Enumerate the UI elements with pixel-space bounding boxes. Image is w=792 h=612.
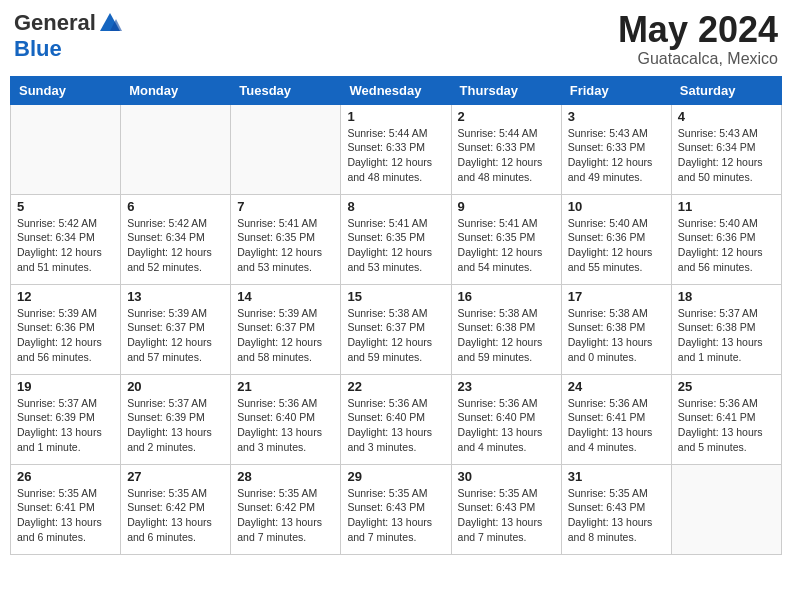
calendar-cell: 11Sunrise: 5:40 AM Sunset: 6:36 PM Dayli… (671, 194, 781, 284)
day-info: Sunrise: 5:39 AM Sunset: 6:37 PM Dayligh… (237, 306, 334, 365)
day-number: 20 (127, 379, 224, 394)
day-info: Sunrise: 5:42 AM Sunset: 6:34 PM Dayligh… (17, 216, 114, 275)
day-number: 25 (678, 379, 775, 394)
day-info: Sunrise: 5:44 AM Sunset: 6:33 PM Dayligh… (458, 126, 555, 185)
weekday-header-sunday: Sunday (11, 76, 121, 104)
calendar-cell: 3Sunrise: 5:43 AM Sunset: 6:33 PM Daylig… (561, 104, 671, 194)
day-number: 9 (458, 199, 555, 214)
calendar-week-row: 26Sunrise: 5:35 AM Sunset: 6:41 PM Dayli… (11, 464, 782, 554)
title-section: May 2024 Guatacalca, Mexico (618, 10, 778, 68)
day-number: 1 (347, 109, 444, 124)
calendar-cell: 18Sunrise: 5:37 AM Sunset: 6:38 PM Dayli… (671, 284, 781, 374)
calendar-cell: 19Sunrise: 5:37 AM Sunset: 6:39 PM Dayli… (11, 374, 121, 464)
day-info: Sunrise: 5:41 AM Sunset: 6:35 PM Dayligh… (347, 216, 444, 275)
day-number: 26 (17, 469, 114, 484)
day-info: Sunrise: 5:44 AM Sunset: 6:33 PM Dayligh… (347, 126, 444, 185)
calendar-week-row: 5Sunrise: 5:42 AM Sunset: 6:34 PM Daylig… (11, 194, 782, 284)
day-number: 30 (458, 469, 555, 484)
calendar-cell: 29Sunrise: 5:35 AM Sunset: 6:43 PM Dayli… (341, 464, 451, 554)
day-number: 19 (17, 379, 114, 394)
logo-general-text: General (14, 10, 96, 36)
day-info: Sunrise: 5:35 AM Sunset: 6:42 PM Dayligh… (237, 486, 334, 545)
day-info: Sunrise: 5:36 AM Sunset: 6:40 PM Dayligh… (458, 396, 555, 455)
day-number: 6 (127, 199, 224, 214)
day-number: 5 (17, 199, 114, 214)
logo-blue-text: Blue (14, 36, 62, 62)
calendar-cell: 4Sunrise: 5:43 AM Sunset: 6:34 PM Daylig… (671, 104, 781, 194)
day-info: Sunrise: 5:40 AM Sunset: 6:36 PM Dayligh… (678, 216, 775, 275)
day-number: 2 (458, 109, 555, 124)
logo-icon (98, 11, 122, 35)
location-subtitle: Guatacalca, Mexico (618, 50, 778, 68)
calendar-cell: 22Sunrise: 5:36 AM Sunset: 6:40 PM Dayli… (341, 374, 451, 464)
day-info: Sunrise: 5:38 AM Sunset: 6:38 PM Dayligh… (568, 306, 665, 365)
calendar-cell: 7Sunrise: 5:41 AM Sunset: 6:35 PM Daylig… (231, 194, 341, 284)
day-number: 29 (347, 469, 444, 484)
calendar-cell: 31Sunrise: 5:35 AM Sunset: 6:43 PM Dayli… (561, 464, 671, 554)
weekday-header-thursday: Thursday (451, 76, 561, 104)
calendar-cell: 5Sunrise: 5:42 AM Sunset: 6:34 PM Daylig… (11, 194, 121, 284)
day-info: Sunrise: 5:35 AM Sunset: 6:41 PM Dayligh… (17, 486, 114, 545)
weekday-header-monday: Monday (121, 76, 231, 104)
logo: General Blue (14, 10, 122, 62)
calendar-cell: 17Sunrise: 5:38 AM Sunset: 6:38 PM Dayli… (561, 284, 671, 374)
calendar-cell: 21Sunrise: 5:36 AM Sunset: 6:40 PM Dayli… (231, 374, 341, 464)
day-number: 16 (458, 289, 555, 304)
day-number: 13 (127, 289, 224, 304)
day-number: 24 (568, 379, 665, 394)
day-info: Sunrise: 5:35 AM Sunset: 6:43 PM Dayligh… (347, 486, 444, 545)
calendar-cell: 15Sunrise: 5:38 AM Sunset: 6:37 PM Dayli… (341, 284, 451, 374)
calendar-cell: 14Sunrise: 5:39 AM Sunset: 6:37 PM Dayli… (231, 284, 341, 374)
calendar-cell: 9Sunrise: 5:41 AM Sunset: 6:35 PM Daylig… (451, 194, 561, 284)
day-number: 10 (568, 199, 665, 214)
calendar-cell (11, 104, 121, 194)
weekday-header-row: SundayMondayTuesdayWednesdayThursdayFrid… (11, 76, 782, 104)
calendar-cell: 2Sunrise: 5:44 AM Sunset: 6:33 PM Daylig… (451, 104, 561, 194)
calendar-cell: 25Sunrise: 5:36 AM Sunset: 6:41 PM Dayli… (671, 374, 781, 464)
calendar-cell: 10Sunrise: 5:40 AM Sunset: 6:36 PM Dayli… (561, 194, 671, 284)
calendar-cell: 23Sunrise: 5:36 AM Sunset: 6:40 PM Dayli… (451, 374, 561, 464)
weekday-header-friday: Friday (561, 76, 671, 104)
day-number: 28 (237, 469, 334, 484)
day-info: Sunrise: 5:36 AM Sunset: 6:40 PM Dayligh… (237, 396, 334, 455)
day-number: 27 (127, 469, 224, 484)
day-number: 7 (237, 199, 334, 214)
day-number: 17 (568, 289, 665, 304)
calendar-cell: 28Sunrise: 5:35 AM Sunset: 6:42 PM Dayli… (231, 464, 341, 554)
day-number: 11 (678, 199, 775, 214)
day-info: Sunrise: 5:36 AM Sunset: 6:41 PM Dayligh… (568, 396, 665, 455)
calendar-cell: 13Sunrise: 5:39 AM Sunset: 6:37 PM Dayli… (121, 284, 231, 374)
day-number: 18 (678, 289, 775, 304)
day-number: 3 (568, 109, 665, 124)
weekday-header-saturday: Saturday (671, 76, 781, 104)
day-info: Sunrise: 5:43 AM Sunset: 6:33 PM Dayligh… (568, 126, 665, 185)
day-number: 22 (347, 379, 444, 394)
day-number: 12 (17, 289, 114, 304)
calendar-cell: 26Sunrise: 5:35 AM Sunset: 6:41 PM Dayli… (11, 464, 121, 554)
calendar-cell (671, 464, 781, 554)
calendar-cell: 30Sunrise: 5:35 AM Sunset: 6:43 PM Dayli… (451, 464, 561, 554)
day-info: Sunrise: 5:40 AM Sunset: 6:36 PM Dayligh… (568, 216, 665, 275)
month-year-title: May 2024 (618, 10, 778, 50)
day-info: Sunrise: 5:38 AM Sunset: 6:37 PM Dayligh… (347, 306, 444, 365)
day-number: 23 (458, 379, 555, 394)
day-info: Sunrise: 5:39 AM Sunset: 6:37 PM Dayligh… (127, 306, 224, 365)
calendar-cell: 27Sunrise: 5:35 AM Sunset: 6:42 PM Dayli… (121, 464, 231, 554)
calendar-cell: 6Sunrise: 5:42 AM Sunset: 6:34 PM Daylig… (121, 194, 231, 284)
day-info: Sunrise: 5:43 AM Sunset: 6:34 PM Dayligh… (678, 126, 775, 185)
calendar-week-row: 12Sunrise: 5:39 AM Sunset: 6:36 PM Dayli… (11, 284, 782, 374)
weekday-header-wednesday: Wednesday (341, 76, 451, 104)
day-info: Sunrise: 5:37 AM Sunset: 6:39 PM Dayligh… (17, 396, 114, 455)
day-info: Sunrise: 5:35 AM Sunset: 6:43 PM Dayligh… (568, 486, 665, 545)
day-info: Sunrise: 5:41 AM Sunset: 6:35 PM Dayligh… (458, 216, 555, 275)
day-info: Sunrise: 5:35 AM Sunset: 6:42 PM Dayligh… (127, 486, 224, 545)
calendar-cell: 12Sunrise: 5:39 AM Sunset: 6:36 PM Dayli… (11, 284, 121, 374)
day-info: Sunrise: 5:42 AM Sunset: 6:34 PM Dayligh… (127, 216, 224, 275)
day-info: Sunrise: 5:37 AM Sunset: 6:39 PM Dayligh… (127, 396, 224, 455)
day-info: Sunrise: 5:36 AM Sunset: 6:41 PM Dayligh… (678, 396, 775, 455)
calendar-cell: 8Sunrise: 5:41 AM Sunset: 6:35 PM Daylig… (341, 194, 451, 284)
day-info: Sunrise: 5:41 AM Sunset: 6:35 PM Dayligh… (237, 216, 334, 275)
calendar-cell: 24Sunrise: 5:36 AM Sunset: 6:41 PM Dayli… (561, 374, 671, 464)
day-info: Sunrise: 5:36 AM Sunset: 6:40 PM Dayligh… (347, 396, 444, 455)
calendar-week-row: 1Sunrise: 5:44 AM Sunset: 6:33 PM Daylig… (11, 104, 782, 194)
